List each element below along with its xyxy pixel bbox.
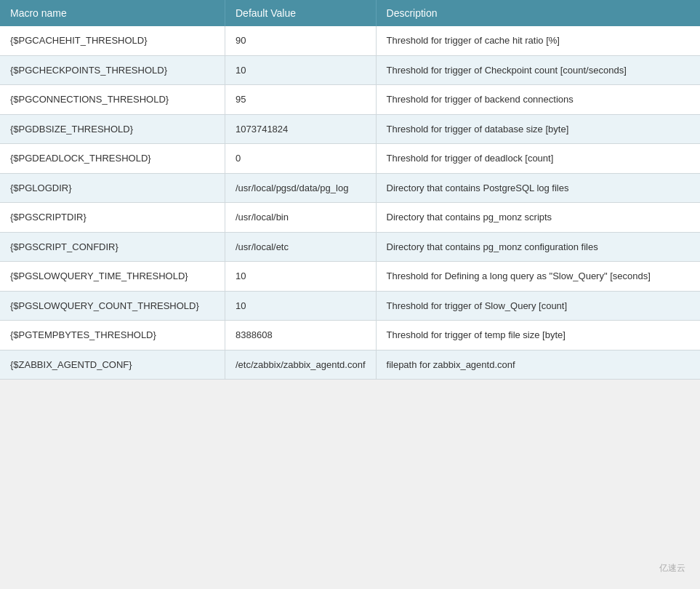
cell-desc: Threshold for trigger of temp file size … (376, 321, 700, 350)
cell-value: 0 (225, 144, 377, 174)
cell-desc: Threshold for trigger of deadlock [count… (376, 144, 700, 174)
macro-table-container: Macro name Default Value Description {$P… (0, 0, 700, 380)
table-row: {$PGDEADLOCK_THRESHOLD}0Threshold for tr… (0, 144, 700, 174)
cell-macro: {$PGDEADLOCK_THRESHOLD} (0, 144, 225, 174)
table-row: {$PGSLOWQUERY_COUNT_THRESHOLD}10Threshol… (0, 291, 700, 321)
cell-desc: Threshold for trigger of cache hit ratio… (376, 26, 700, 55)
table-row: {$PGCHECKPOINTS_THRESHOLD}10Threshold fo… (0, 55, 700, 85)
cell-value: /usr/local/pgsd/data/pg_log (225, 173, 377, 203)
table-row: {$PGLOGDIR}/usr/local/pgsd/data/pg_logDi… (0, 173, 700, 203)
cell-value: 10 (225, 291, 377, 321)
table-row: {$PGCONNECTIONS_THRESHOLD}95Threshold fo… (0, 85, 700, 115)
cell-desc: Threshold for trigger of Checkpoint coun… (376, 55, 700, 85)
column-header-value: Default Value (225, 0, 377, 26)
cell-value: 10 (225, 55, 377, 85)
cell-macro: {$PGSLOWQUERY_TIME_THRESHOLD} (0, 262, 225, 292)
cell-macro: {$PGCACHEHIT_THRESHOLD} (0, 26, 225, 55)
table-row: {$PGTEMPBYTES_THRESHOLD}8388608Threshold… (0, 321, 700, 350)
cell-value: 95 (225, 85, 377, 115)
cell-desc: Directory that contains PostgreSQL log f… (376, 173, 700, 203)
table-row: {$PGCACHEHIT_THRESHOLD}90Threshold for t… (0, 26, 700, 55)
cell-macro: {$PGDBSIZE_THRESHOLD} (0, 114, 225, 144)
cell-macro: {$PGSCRIPTDIR} (0, 203, 225, 233)
table-row: {$PGSCRIPTDIR}/usr/local/binDirectory th… (0, 203, 700, 233)
cell-desc: Threshold for trigger of database size [… (376, 114, 700, 144)
cell-macro: {$PGCHECKPOINTS_THRESHOLD} (0, 55, 225, 85)
cell-macro: {$ZABBIX_AGENTD_CONF} (0, 350, 225, 380)
column-header-desc: Description (376, 0, 700, 26)
cell-value: /usr/local/bin (225, 203, 377, 233)
cell-desc: Threshold for Defining a long query as "… (376, 262, 700, 292)
table-row: {$PGDBSIZE_THRESHOLD}1073741824Threshold… (0, 114, 700, 144)
cell-value: 8388608 (225, 321, 377, 350)
watermark-label: 亿速云 (659, 562, 685, 574)
cell-value: 90 (225, 26, 377, 55)
cell-macro: {$PGLOGDIR} (0, 173, 225, 203)
table-row: {$PGSLOWQUERY_TIME_THRESHOLD}10Threshold… (0, 262, 700, 292)
table-row: {$PGSCRIPT_CONFDIR}/usr/local/etcDirecto… (0, 232, 700, 262)
cell-desc: Directory that contains pg_monz scripts (376, 203, 700, 233)
cell-macro: {$PGSCRIPT_CONFDIR} (0, 232, 225, 262)
cell-value: /usr/local/etc (225, 232, 377, 262)
cell-desc: Threshold for trigger of Slow_Query [cou… (376, 291, 700, 321)
cell-desc: filepath for zabbix_agentd.conf (376, 350, 700, 380)
table-header-row: Macro name Default Value Description (0, 0, 700, 26)
cell-macro: {$PGTEMPBYTES_THRESHOLD} (0, 321, 225, 350)
cell-value: 1073741824 (225, 114, 377, 144)
cell-value: /etc/zabbix/zabbix_agentd.conf (225, 350, 377, 380)
cell-macro: {$PGCONNECTIONS_THRESHOLD} (0, 85, 225, 115)
cell-macro: {$PGSLOWQUERY_COUNT_THRESHOLD} (0, 291, 225, 321)
cell-value: 10 (225, 262, 377, 292)
cell-desc: Threshold for trigger of backend connect… (376, 85, 700, 115)
cell-desc: Directory that contains pg_monz configur… (376, 232, 700, 262)
column-header-macro: Macro name (0, 0, 225, 26)
table-row: {$ZABBIX_AGENTD_CONF}/etc/zabbix/zabbix_… (0, 350, 700, 380)
macro-table: Macro name Default Value Description {$P… (0, 0, 700, 380)
